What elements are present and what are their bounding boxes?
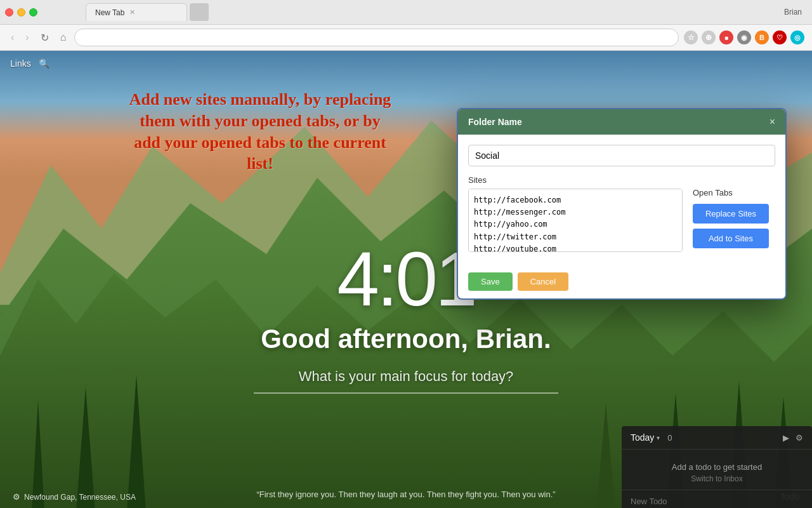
maximize-window-button[interactable] bbox=[29, 8, 37, 17]
modal-title: Folder Name bbox=[468, 117, 522, 127]
address-bar[interactable] bbox=[74, 29, 679, 46]
minimize-window-button[interactable] bbox=[17, 8, 25, 17]
replace-sites-button[interactable]: Replace Sites bbox=[693, 204, 769, 224]
new-tab-button[interactable] bbox=[190, 3, 209, 21]
open-tabs-column: Open Tabs Replace Sites Add to Sites bbox=[693, 175, 775, 255]
nav-icons: ☆ ⊕ ■ ◉ B ♡ ◎ bbox=[684, 30, 804, 44]
tab-bar: New Tab ✕ bbox=[81, 3, 214, 21]
cancel-button[interactable]: Cancel bbox=[518, 272, 568, 291]
sites-textarea[interactable]: http://facebook.com http://messenger.com… bbox=[468, 189, 683, 252]
sites-column: Sites http://facebook.com http://messeng… bbox=[468, 175, 683, 255]
nav-icon-5: B bbox=[755, 30, 769, 44]
modal-dialog: Folder Name × Sites http://facebook.com … bbox=[457, 108, 787, 300]
page: Links 🔍 Add new sites manually, by repla… bbox=[0, 51, 812, 508]
modal-close-button[interactable]: × bbox=[769, 117, 775, 127]
modal-header: Folder Name × bbox=[458, 109, 785, 135]
traffic-lights bbox=[5, 8, 37, 17]
user-name: Brian bbox=[784, 8, 807, 17]
forward-button[interactable]: › bbox=[22, 30, 32, 44]
back-button[interactable]: ‹ bbox=[8, 30, 17, 44]
tab-new-tab[interactable]: New Tab ✕ bbox=[86, 3, 187, 21]
modal-body: Sites http://facebook.com http://messeng… bbox=[458, 135, 785, 265]
close-window-button[interactable] bbox=[5, 8, 13, 17]
home-button[interactable]: ⌂ bbox=[57, 30, 70, 44]
nav-icon-4: ◉ bbox=[737, 30, 751, 44]
add-to-sites-button[interactable]: Add to Sites bbox=[693, 229, 769, 248]
open-tabs-label: Open Tabs bbox=[693, 188, 733, 197]
browser-chrome: New Tab ✕ Brian ‹ › ↻ ⌂ ☆ ⊕ ■ ◉ B ♡ ◎ bbox=[0, 0, 812, 51]
nav-icon-6: ♡ bbox=[773, 30, 787, 44]
tab-close-button[interactable]: ✕ bbox=[129, 8, 135, 17]
sites-label: Sites bbox=[468, 175, 683, 185]
modal-overlay: Folder Name × Sites http://facebook.com … bbox=[0, 51, 812, 508]
modal-columns: Sites http://facebook.com http://messeng… bbox=[468, 175, 775, 255]
tab-label: New Tab bbox=[95, 8, 124, 17]
reload-button[interactable]: ↻ bbox=[37, 30, 52, 45]
save-button[interactable]: Save bbox=[468, 272, 513, 291]
title-bar: New Tab ✕ Brian bbox=[0, 0, 812, 24]
nav-icon-2: ⊕ bbox=[702, 30, 716, 44]
nav-bar: ‹ › ↻ ⌂ ☆ ⊕ ■ ◉ B ♡ ◎ bbox=[0, 24, 812, 51]
modal-footer: Save Cancel bbox=[458, 265, 785, 298]
nav-icon-1: ☆ bbox=[684, 30, 698, 44]
nav-icon-7: ◎ bbox=[790, 30, 804, 44]
nav-icon-3: ■ bbox=[719, 30, 733, 44]
folder-name-input[interactable] bbox=[468, 145, 775, 166]
